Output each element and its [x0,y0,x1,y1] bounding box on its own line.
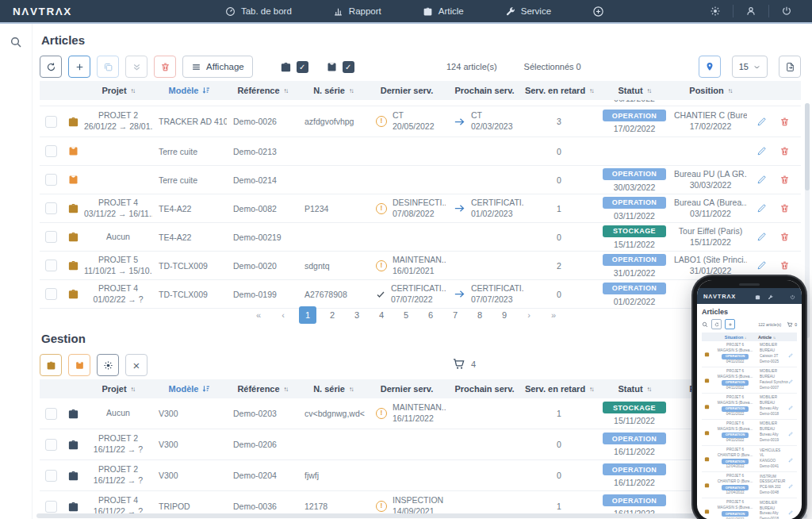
edit-button[interactable] [756,232,767,242]
brand-logo[interactable]: NΛVTRΛX [13,6,132,17]
edit-icon[interactable] [788,373,797,387]
column-header[interactable]: Serv. en retard↑↓ [523,86,595,95]
nav-service[interactable]: Service [505,6,551,17]
add-button[interactable] [68,56,90,78]
cart-indicator[interactable]: 4 [452,357,476,371]
column-header[interactable]: Statut↑↓ [595,384,674,394]
type-cell [62,202,84,214]
delete-button[interactable] [779,260,790,271]
edit-icon[interactable] [788,347,797,361]
edit-icon[interactable] [788,425,797,440]
page-button[interactable]: 2 [324,306,341,324]
user-icon[interactable] [733,6,768,17]
row-checkbox[interactable] [45,408,57,420]
phone-column-article[interactable]: Article ↑↓ [758,335,788,340]
container-filter-button[interactable] [68,354,90,376]
power-icon[interactable] [769,6,804,17]
column-header[interactable]: Statut↑↓ [595,86,674,95]
duplicate-button[interactable] [97,56,119,78]
table-header-row: Projet↑↓ModèleRéférence↑↓N. série↑↓Derni… [40,81,801,100]
pagination-nav-button[interactable]: » [545,306,562,324]
briefcase-icon[interactable] [755,289,760,303]
row-checkbox[interactable] [45,470,57,482]
article-filter-button[interactable] [40,354,62,376]
page-size-value: 15 [739,62,749,71]
horizontal-scrollbar[interactable] [36,513,807,518]
nav-report[interactable]: Rapport [333,6,381,17]
row-checkbox[interactable] [45,116,57,128]
column-header[interactable]: Position↑↓ [674,86,747,95]
column-header[interactable]: Modèle [152,384,227,394]
collapse-button[interactable] [125,56,147,78]
edit-icon[interactable] [788,452,797,466]
add-button[interactable] [725,319,735,329]
edit-button[interactable] [756,203,767,213]
edit-button[interactable] [756,117,767,127]
export-button[interactable] [779,56,801,78]
settings-icon[interactable] [698,6,733,17]
wrench-icon[interactable] [768,289,773,303]
checkbox-cell [40,174,62,186]
page-button[interactable]: 7 [446,306,464,324]
edit-button[interactable] [756,260,767,271]
delete-button[interactable] [779,117,790,127]
pagination-nav-button[interactable]: › [520,306,538,324]
arrow-right-icon [454,116,465,128]
filter-article-checkbox[interactable]: ✓ [297,61,308,73]
delete-button[interactable] [779,232,790,242]
page-button[interactable]: 8 [471,306,488,324]
edit-icon[interactable] [788,478,797,492]
column-header[interactable]: Projet↑↓ [84,86,152,95]
search-icon[interactable] [10,36,22,48]
project-cell: Aucun [84,408,152,419]
page-button[interactable]: 1 [299,306,316,324]
refresh-button[interactable] [40,56,62,78]
nav-article[interactable]: Article [423,6,464,17]
edit-icon[interactable] [788,399,797,413]
phone-column-situation[interactable]: Situation ↓ [712,335,758,340]
edit-button[interactable] [756,146,767,156]
row-checkbox[interactable] [45,288,57,300]
row-checkbox[interactable] [45,202,57,214]
display-options-button[interactable]: Affichage [182,56,253,78]
row-checkbox[interactable] [45,439,57,451]
nav-dashboard[interactable]: Tab. de bord [225,6,292,17]
delete-button[interactable] [779,203,790,213]
gestion-settings-button[interactable] [97,354,119,376]
delete-button[interactable] [779,146,790,156]
row-checkbox[interactable] [45,260,57,271]
delete-button[interactable] [779,175,790,185]
power-icon[interactable] [790,289,795,303]
filter-container-checkbox[interactable]: ✓ [343,61,354,73]
phone-toolbar: 122 article(s) 0 [702,319,797,329]
delete-button[interactable] [154,56,176,78]
nav-add[interactable] [592,6,604,17]
pagination-nav-button[interactable]: « [250,306,267,324]
row-checkbox[interactable] [45,174,57,186]
column-header[interactable]: N. série↑↓ [298,384,368,394]
pagination-nav-button[interactable]: ‹ [274,306,292,324]
row-checkbox[interactable] [45,231,57,243]
refresh-button[interactable] [711,319,722,329]
edit-button[interactable] [756,175,767,185]
page-button[interactable]: 5 [397,306,415,324]
map-pin-button[interactable] [699,56,721,78]
table-row: Terre cuiteDemo-02130 [40,137,801,166]
edit-icon[interactable] [788,504,797,518]
search-icon[interactable] [702,321,708,328]
page-button[interactable]: 3 [348,306,366,324]
row-checkbox[interactable] [45,501,57,513]
column-header[interactable]: N. série↑↓ [298,86,368,95]
column-header[interactable]: Projet↑↓ [84,384,152,394]
column-header[interactable]: Modèle [152,86,227,95]
row-checkbox[interactable] [45,145,57,157]
page-size-select[interactable]: 15 [732,56,768,78]
column-header[interactable]: Référence↑↓ [227,86,298,95]
page-button[interactable]: 4 [373,306,390,324]
column-header[interactable]: Serv. en retard↑↓ [523,384,595,394]
page-button[interactable]: 9 [496,306,513,324]
cart-indicator[interactable]: 0 [787,321,797,328]
column-header[interactable]: Référence↑↓ [227,384,298,394]
clear-button[interactable]: × [125,354,147,376]
page-button[interactable]: 6 [422,306,439,324]
